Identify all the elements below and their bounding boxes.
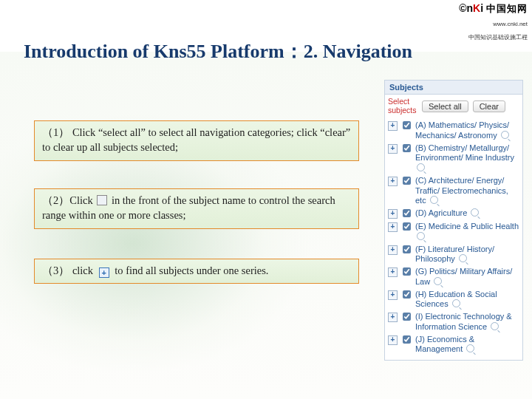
subjects-header: Subjects [384, 80, 523, 95]
subject-node: +(G) Politics/ Military Affairs/ Law [388, 265, 519, 288]
subject-label[interactable]: (C) Architecture/ Energy/ Traffic/ Elect… [415, 176, 519, 206]
magnifier-icon[interactable] [434, 277, 442, 285]
magnifier-icon[interactable] [417, 163, 425, 171]
logo-red: K [473, 2, 480, 14]
select-subjects-label: Select subjects [388, 98, 417, 115]
expand-icon[interactable]: + [388, 335, 398, 345]
expand-icon[interactable]: + [388, 121, 398, 131]
subject-label[interactable]: (F) Literature/ History/ Philosophy [415, 245, 519, 265]
subject-checkbox[interactable] [403, 121, 411, 129]
subject-checkbox[interactable] [403, 222, 411, 231]
instruction-1: （1） Click “select all” to select all nav… [34, 120, 359, 161]
subjects-panel: Subjects Select subjects Select all Clea… [384, 80, 523, 361]
subject-node: +(H) Education & Social Sciences [388, 288, 519, 311]
subject-checkbox[interactable] [403, 144, 411, 152]
subject-label[interactable]: (J) Economics & Management [415, 335, 519, 355]
magnifier-icon[interactable] [417, 232, 425, 240]
magnifier-icon[interactable] [452, 299, 460, 307]
subject-label[interactable]: (G) Politics/ Military Affairs/ Law [415, 267, 519, 287]
subject-label[interactable]: (E) Medicine & Public Health [415, 222, 519, 242]
magnifier-icon[interactable] [501, 131, 509, 139]
page-title: Introduction of Kns55 Platform：2. Naviga… [24, 38, 412, 64]
expand-icon[interactable]: + [388, 290, 398, 300]
expand-icon[interactable]: + [388, 267, 398, 277]
logo-text: ©n [459, 2, 473, 14]
expand-plus-icon: + [99, 267, 109, 278]
subject-node: +(D) Agriculture [388, 207, 519, 220]
instruction-2-text-a: （2）Click [42, 194, 93, 206]
magnifier-icon[interactable] [459, 254, 467, 262]
magnifier-icon[interactable] [466, 344, 474, 352]
instruction-3-text-b: to find all subjects under one series. [115, 265, 268, 276]
expand-icon[interactable]: + [388, 245, 398, 255]
expand-icon[interactable]: + [388, 144, 398, 154]
select-all-button[interactable]: Select all [422, 100, 468, 112]
expand-icon[interactable]: + [388, 222, 398, 232]
subject-node: +(E) Medicine & Public Health [388, 220, 519, 243]
subject-label[interactable]: (A) Mathematics/ Physics/ Mechanics/ Ast… [415, 120, 519, 141]
logo-tagline: 中国知识基础设施工程 [468, 34, 528, 41]
logo-suffix: i [480, 2, 483, 14]
subject-checkbox[interactable] [403, 177, 411, 185]
subject-node: +(I) Electronic Technology & Information… [388, 310, 519, 333]
magnifier-icon[interactable] [491, 322, 499, 330]
brand-logo: ©nKi 中国知网 www.cnki.net 中国知识基础设施工程 [459, 1, 528, 42]
magnifier-icon[interactable] [430, 196, 438, 204]
logo-site: www.cnki.net [493, 21, 528, 27]
subject-node: +(A) Mathematics/ Physics/ Mechanics/ As… [388, 119, 519, 142]
subject-label[interactable]: (B) Chemistry/ Metallurgy/ Environment/ … [415, 143, 519, 174]
instruction-3-text-a: （3） click [42, 265, 96, 276]
subject-node: +(F) Literature/ History/ Philosophy [388, 243, 519, 266]
subject-checkbox[interactable] [403, 267, 411, 276]
instruction-2: （2）Click in the front of the subject nam… [34, 188, 359, 229]
subjects-tree: +(A) Mathematics/ Physics/ Mechanics/ As… [384, 117, 523, 361]
subject-node: +(B) Chemistry/ Metallurgy/ Environment/… [388, 142, 519, 174]
expand-icon[interactable]: + [388, 313, 398, 322]
expand-icon[interactable]: + [388, 177, 398, 186]
subject-checkbox[interactable] [403, 290, 411, 299]
instruction-1-text: （1） Click “select all” to select all nav… [42, 126, 350, 153]
subject-node: +(J) Economics & Management [388, 333, 519, 356]
instruction-3: （3） click + to find all subjects under o… [34, 259, 359, 284]
logo-zh: 中国知网 [486, 3, 528, 14]
magnifier-icon[interactable] [471, 208, 479, 216]
subject-checkbox[interactable] [403, 209, 411, 217]
subject-node: +(C) Architecture/ Energy/ Traffic/ Elec… [388, 174, 519, 207]
subjects-controls: Select subjects Select all Clear [384, 95, 523, 117]
subject-label[interactable]: (I) Electronic Technology & Information … [415, 312, 519, 332]
subject-checkbox[interactable] [403, 313, 411, 321]
clear-button[interactable]: Clear [473, 100, 505, 112]
subject-label[interactable]: (D) Agriculture [415, 208, 479, 219]
expand-icon[interactable]: + [388, 209, 398, 219]
subject-checkbox[interactable] [403, 245, 411, 253]
subject-checkbox[interactable] [403, 335, 411, 344]
checkbox-icon [97, 195, 107, 205]
subject-label[interactable]: (H) Education & Social Sciences [415, 290, 519, 310]
